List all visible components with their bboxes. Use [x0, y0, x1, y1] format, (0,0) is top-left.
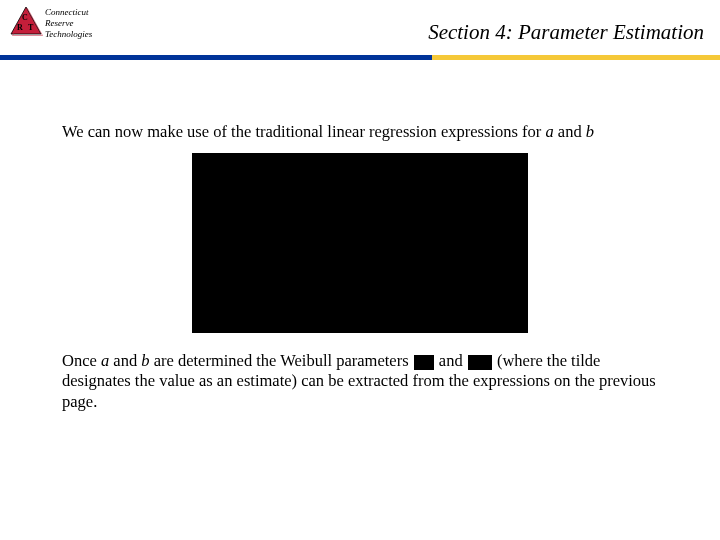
slide-header: C R T Connecticut Reserve Technologies S…: [0, 0, 720, 62]
para2-and1: and: [109, 351, 141, 370]
svg-text:Technologies: Technologies: [45, 29, 93, 39]
svg-text:R: R: [17, 23, 23, 32]
para1-text-pre: We can now make use of the traditional l…: [62, 122, 545, 141]
header-rule: [0, 55, 720, 60]
variable-a: a: [545, 122, 553, 141]
svg-text:C: C: [22, 13, 28, 22]
svg-text:Reserve: Reserve: [44, 18, 73, 28]
rule-blue-segment: [0, 55, 432, 60]
variable-b: b: [586, 122, 594, 141]
logo-icon: C R T Connecticut Reserve Technologies: [8, 4, 113, 46]
para2-and2: and: [435, 351, 467, 370]
intro-paragraph: We can now make use of the traditional l…: [62, 122, 658, 143]
section-title: Section 4: Parameter Estimation: [428, 20, 704, 45]
svg-text:Connecticut: Connecticut: [45, 7, 89, 17]
para2-mid1: are determined the Weibull parameters: [150, 351, 413, 370]
company-logo: C R T Connecticut Reserve Technologies: [8, 4, 113, 46]
variable-b-2: b: [141, 351, 149, 370]
para2-text-pre: Once: [62, 351, 101, 370]
rule-gold-segment: [432, 55, 720, 60]
svg-text:T: T: [28, 23, 34, 32]
conclusion-paragraph: Once a and b are determined the Weibull …: [62, 351, 658, 413]
symbol-placeholder-2: [468, 355, 492, 370]
variable-a-2: a: [101, 351, 109, 370]
para1-text-mid: and: [554, 122, 586, 141]
slide-content: We can now make use of the traditional l…: [0, 62, 720, 413]
equation-placeholder-box: [192, 153, 528, 333]
symbol-placeholder-1: [414, 355, 434, 370]
